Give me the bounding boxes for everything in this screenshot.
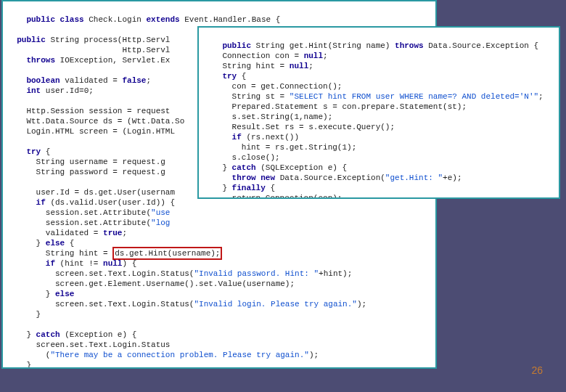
highlighted-call: ds.get.Hint(username); — [112, 247, 222, 260]
slide: public class Check.Login extends Event.H… — [0, 0, 566, 392]
popup-code-panel: public String get.Hint(String name) thro… — [197, 26, 560, 199]
popup-code-text: public String get.Hint(String name) thro… — [203, 41, 544, 199]
page-number: 26 — [531, 364, 543, 376]
